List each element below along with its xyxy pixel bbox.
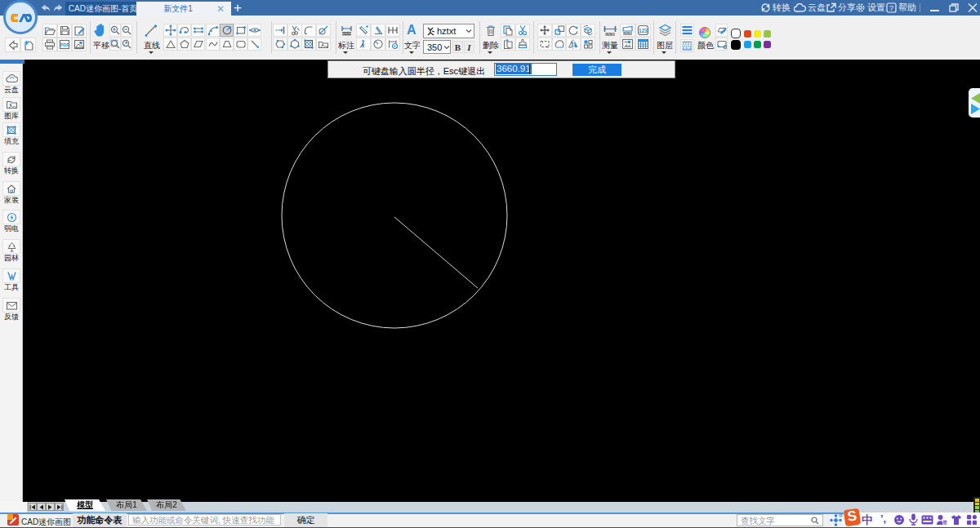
svg-text:ju: ju (942, 521, 947, 525)
svg-text:123: 123 (639, 28, 648, 33)
svg-text:?: ? (889, 4, 893, 12)
svg-text:PDF: PDF (60, 42, 70, 47)
